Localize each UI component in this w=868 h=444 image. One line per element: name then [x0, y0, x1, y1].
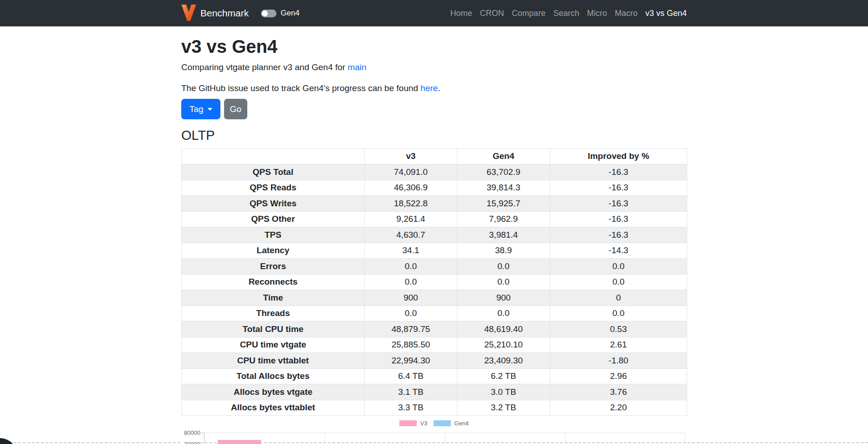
cell-improved: 0.0	[550, 274, 687, 290]
v3-legend-swatch	[399, 420, 417, 426]
cell-gen4: 25,210.10	[457, 337, 550, 353]
table-row: Allocs bytes vtgate3.1 TB3.0 TB3.76	[182, 384, 687, 400]
cell-gen4: 3.0 TB	[457, 384, 550, 400]
cell-improved: 0.0	[550, 306, 687, 322]
go-button[interactable]: Go	[224, 99, 247, 119]
nav-item-v3-vs-gen4[interactable]: v3 vs Gen4	[638, 9, 687, 18]
nav-link-macro[interactable]: Macro	[615, 9, 638, 18]
cell-improved: -16.3	[550, 211, 687, 227]
y-axis-tick-70000: 70000	[180, 441, 200, 444]
row-label: Threads	[182, 306, 365, 322]
cell-v3: 6.4 TB	[365, 368, 457, 384]
cell-gen4: 63,702.9	[457, 164, 550, 180]
cell-v3: 3.1 TB	[365, 384, 457, 400]
floating-corner-button[interactable]	[0, 438, 17, 444]
nav-item-cron[interactable]: CRON	[472, 9, 504, 18]
brand-link[interactable]: Benchmark	[181, 5, 249, 22]
tag-dropdown-button[interactable]: Tag	[181, 99, 220, 119]
table-row: CPU time vtgate25,885.5025,210.102.61	[182, 337, 687, 353]
brand-title: Benchmark	[200, 8, 249, 19]
nav-item-search[interactable]: Search	[546, 9, 579, 18]
subtitle-text: Comparing vtgate planner v3 and Gen4 for	[181, 62, 347, 72]
gen4-toggle[interactable]: Gen4	[261, 9, 300, 18]
cell-gen4: 23,409.30	[457, 353, 550, 369]
nav-item-home[interactable]: Home	[443, 9, 472, 18]
cell-improved: -16.3	[550, 164, 687, 180]
cell-gen4: 7,962.9	[457, 211, 550, 227]
v3-legend-label: V3	[420, 420, 428, 427]
chart-legend: V3 Gen4	[0, 420, 868, 427]
table-header-row: v3 Gen4 Improved by %	[182, 148, 687, 164]
nav-links: Home CRON Compare Search Micro Macro v3 …	[443, 9, 687, 18]
cell-v3: 9,261.4	[365, 211, 457, 227]
gen4-legend-label: Gen4	[454, 420, 469, 427]
go-button-label: Go	[230, 104, 241, 114]
toggle-label: Gen4	[281, 9, 300, 18]
main-branch-link[interactable]: main	[347, 62, 366, 72]
nav-item-macro[interactable]: Macro	[607, 9, 638, 18]
cell-improved: -16.3	[550, 196, 687, 212]
row-label: Latency	[182, 243, 365, 259]
nav-item-compare[interactable]: Compare	[504, 9, 546, 18]
main-content: v3 vs Gen4 Comparing vtgate planner v3 a…	[181, 36, 687, 416]
top-navbar: Benchmark Gen4 Home CRON Compare Search …	[0, 0, 868, 26]
vertical-gridline	[324, 433, 325, 444]
table-row: Allocs bytes vttablet3.3 TB3.2 TB2.20	[182, 400, 687, 416]
cell-gen4: 6.2 TB	[457, 368, 550, 384]
table-row: Total CPU time48,879.7548,619.400.53	[182, 322, 687, 337]
row-label: Time	[182, 290, 365, 306]
cell-improved: 2.20	[550, 400, 687, 416]
table-row: Total Allocs bytes6.4 TB6.2 TB2.96	[182, 368, 687, 384]
nav-link-search[interactable]: Search	[553, 9, 579, 18]
github-issue-link[interactable]: here	[420, 83, 438, 93]
tag-button-label: Tag	[189, 104, 204, 114]
row-label: Allocs bytes vtgate	[182, 384, 365, 400]
oltp-comparison-table: v3 Gen4 Improved by % QPS Total74,091.06…	[181, 148, 687, 416]
row-label: Reconnects	[182, 274, 365, 290]
issue-line: The GitHub issue used to track Gen4's pr…	[181, 82, 687, 95]
cell-improved: -16.3	[550, 180, 687, 196]
cell-v3: 4,630.7	[365, 227, 457, 243]
row-label: TPS	[182, 227, 365, 243]
y-axis-line	[204, 433, 204, 444]
header-improved: Improved by %	[550, 148, 687, 164]
row-label: CPU time vtgate	[182, 337, 365, 353]
cell-improved: 0	[550, 290, 687, 306]
chevron-down-icon	[208, 108, 212, 111]
toggle-track[interactable]	[261, 10, 276, 17]
table-row: Errors0.00.00.0	[182, 259, 687, 275]
nav-link-cron[interactable]: CRON	[480, 9, 504, 18]
nav-link-micro[interactable]: Micro	[587, 9, 607, 18]
nav-link-compare[interactable]: Compare	[512, 9, 546, 18]
cell-gen4: 3.2 TB	[457, 400, 550, 416]
cell-gen4: 0.0	[457, 259, 550, 275]
table-row: TPS4,630.73,981.4-16.3	[182, 227, 687, 243]
cell-v3: 0.0	[365, 259, 457, 275]
cell-gen4: 39,814.3	[457, 180, 550, 196]
subtitle-line: Comparing vtgate planner v3 and Gen4 for…	[181, 61, 687, 74]
cell-v3: 0.0	[365, 274, 457, 290]
table-row: Reconnects0.00.00.0	[182, 274, 687, 290]
nav-link-home[interactable]: Home	[450, 9, 472, 18]
nav-item-micro[interactable]: Micro	[579, 9, 607, 18]
row-label: QPS Total	[182, 164, 365, 180]
legend-item-gen4[interactable]: Gen4	[434, 420, 469, 427]
row-label: Total CPU time	[182, 322, 365, 337]
issue-text: The GitHub issue used to track Gen4's pr…	[181, 83, 420, 93]
row-label: CPU time vttablet	[182, 353, 365, 369]
nav-link-v3-vs-gen4[interactable]: v3 vs Gen4	[645, 9, 687, 18]
header-v3: v3	[365, 148, 457, 164]
cell-improved: 2.61	[550, 337, 687, 353]
table-row: QPS Other9,261.47,962.9-16.3	[182, 211, 687, 227]
cell-v3: 22,994.30	[365, 353, 457, 369]
legend-item-v3[interactable]: V3	[399, 420, 428, 427]
cell-gen4: 15,925.7	[457, 196, 550, 212]
cell-improved: -1.80	[550, 353, 687, 369]
cell-gen4: 0.0	[457, 306, 550, 322]
cell-improved: 0.53	[550, 322, 687, 337]
toggle-thumb	[262, 10, 268, 16]
issue-suffix: .	[438, 83, 440, 93]
row-label: QPS Writes	[182, 196, 365, 212]
header-gen4: Gen4	[457, 148, 550, 164]
vertical-gridline	[445, 433, 445, 444]
